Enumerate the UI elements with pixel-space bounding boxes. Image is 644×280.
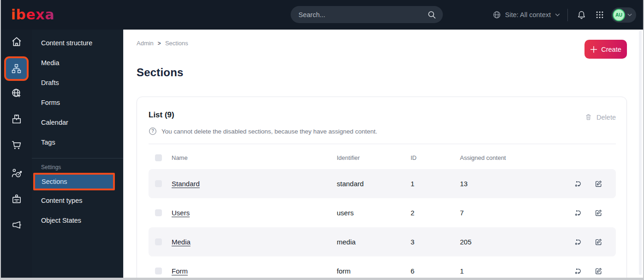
assign-content-icon[interactable]	[574, 179, 583, 188]
row-checkbox[interactable]	[155, 180, 162, 187]
section-id: 2	[411, 209, 460, 217]
sidebar-item-products[interactable]	[1, 107, 32, 133]
chevron-down-icon	[555, 13, 560, 17]
site-context-selector[interactable]: Site: All context	[493, 11, 560, 19]
topbar-right-cluster: Site: All context AU	[493, 0, 636, 30]
app-grid-icon[interactable]	[595, 10, 604, 19]
menu-item-media[interactable]: Media	[32, 53, 123, 73]
sidebar-item-dashboard[interactable]	[1, 30, 32, 55]
row-checkbox[interactable]	[155, 209, 162, 216]
sidebar-item-marketing[interactable]	[1, 213, 32, 239]
sidebar-item-commerce[interactable]	[1, 133, 32, 159]
create-button[interactable]: Create	[584, 40, 627, 59]
card-divider	[149, 144, 616, 144]
section-name-link[interactable]: Form	[172, 267, 188, 275]
delete-button-label: Delete	[596, 114, 616, 121]
column-header-assigned: Assigned content	[460, 154, 572, 161]
site-context-label: Site: All context	[505, 11, 551, 18]
secondary-menu: Content structure Media Drafts Forms Cal…	[32, 30, 123, 278]
scrollbar[interactable]	[639, 30, 642, 275]
sidebar-item-personalization[interactable]	[1, 161, 32, 187]
section-assigned-count: 13	[460, 180, 572, 188]
table-row: Media media 3 205	[149, 227, 616, 256]
page-title: Sections	[137, 66, 627, 79]
list-info: ? You cannot delete the disabled section…	[149, 127, 616, 135]
content-structure-icon	[6, 58, 27, 79]
row-checkbox[interactable]	[155, 238, 162, 245]
table-row: Form form 6 1	[149, 256, 616, 278]
sidebar-item-site[interactable]	[1, 81, 32, 107]
ibexa-logo[interactable]: ibexa	[11, 8, 54, 22]
breadcrumb-separator: >	[158, 40, 161, 47]
menu-item-calendar[interactable]: Calendar	[32, 112, 123, 132]
topbar-divider	[567, 9, 568, 21]
avatar: AU	[613, 9, 625, 21]
search-icon[interactable]	[427, 10, 436, 19]
breadcrumb-admin[interactable]: Admin	[137, 40, 154, 47]
list-title: List (9)	[149, 110, 174, 120]
section-assigned-count: 205	[460, 238, 572, 246]
column-header-identifier: Identifier	[337, 154, 411, 161]
edit-icon[interactable]	[594, 267, 603, 275]
list-info-text: You cannot delete the disabled sections,…	[161, 128, 377, 135]
section-assigned-count: 7	[460, 209, 572, 217]
table-header-row: Name Identifier ID Assigned content	[149, 146, 616, 169]
settings-group-label: Settings	[32, 164, 123, 170]
globe-icon	[493, 11, 501, 19]
column-header-id: ID	[411, 154, 460, 161]
icon-rail	[1, 30, 32, 278]
plus-icon	[590, 46, 597, 53]
column-header-name: Name	[172, 154, 337, 161]
megaphone-icon	[11, 219, 23, 233]
global-search[interactable]	[291, 6, 443, 23]
home-icon	[11, 36, 23, 49]
edit-icon[interactable]	[594, 179, 603, 188]
delete-button[interactable]: Delete	[584, 113, 616, 121]
breadcrumb-sections[interactable]: Sections	[165, 40, 188, 47]
menu-item-drafts[interactable]: Drafts	[32, 73, 123, 92]
site-globe-cursor-icon	[11, 87, 23, 101]
main-content: Admin > Sections Create Sections List (9…	[123, 30, 643, 278]
menu-divider	[32, 158, 123, 158]
menu-item-object-states[interactable]: Object States	[32, 210, 123, 230]
sections-list-card: List (9) Delete ? You cannot delete the …	[137, 97, 627, 278]
menu-item-tags[interactable]: Tags	[32, 132, 123, 152]
table-row: Users users 2 7	[149, 198, 616, 227]
topbar: ibexa Site: All context AU	[1, 0, 643, 30]
menu-item-content-structure[interactable]: Content structure	[32, 33, 123, 53]
section-name-link[interactable]: Media	[172, 238, 191, 246]
edit-icon[interactable]	[594, 208, 603, 217]
menu-item-content-types[interactable]: Content types	[32, 190, 123, 210]
section-id: 6	[411, 267, 460, 275]
search-input[interactable]	[298, 11, 427, 18]
assign-content-icon[interactable]	[574, 267, 583, 275]
select-all-checkbox[interactable]	[155, 154, 162, 161]
row-checkbox[interactable]	[155, 268, 162, 274]
user-menu[interactable]: AU	[611, 7, 636, 23]
section-identifier: users	[337, 209, 411, 217]
section-id: 3	[411, 238, 460, 246]
svg-text:?: ?	[151, 128, 154, 134]
breadcrumb: Admin > Sections	[137, 40, 627, 47]
menu-item-forms[interactable]: Forms	[32, 92, 123, 112]
section-name-link[interactable]: Standard	[172, 180, 200, 188]
assign-content-icon[interactable]	[574, 237, 583, 246]
personalization-target-icon	[11, 167, 23, 181]
section-assigned-count: 1	[460, 267, 572, 275]
sidebar-item-admin[interactable]	[1, 187, 32, 213]
section-id: 1	[411, 180, 460, 188]
notifications-bell-icon[interactable]	[577, 10, 586, 20]
section-name-link[interactable]: Users	[172, 209, 190, 217]
assign-content-icon[interactable]	[574, 208, 583, 217]
section-identifier: form	[337, 267, 411, 275]
table-row: Standard standard 1 13	[149, 169, 616, 198]
sidebar-item-content[interactable]	[1, 55, 32, 81]
section-identifier: media	[337, 238, 411, 246]
help-circle-icon: ?	[149, 127, 157, 135]
edit-icon[interactable]	[594, 237, 603, 246]
menu-item-sections[interactable]: Sections	[33, 173, 115, 190]
products-boxes-icon	[11, 113, 23, 127]
section-identifier: standard	[337, 180, 411, 188]
chevron-down-icon	[627, 13, 632, 17]
trash-icon	[584, 113, 592, 121]
